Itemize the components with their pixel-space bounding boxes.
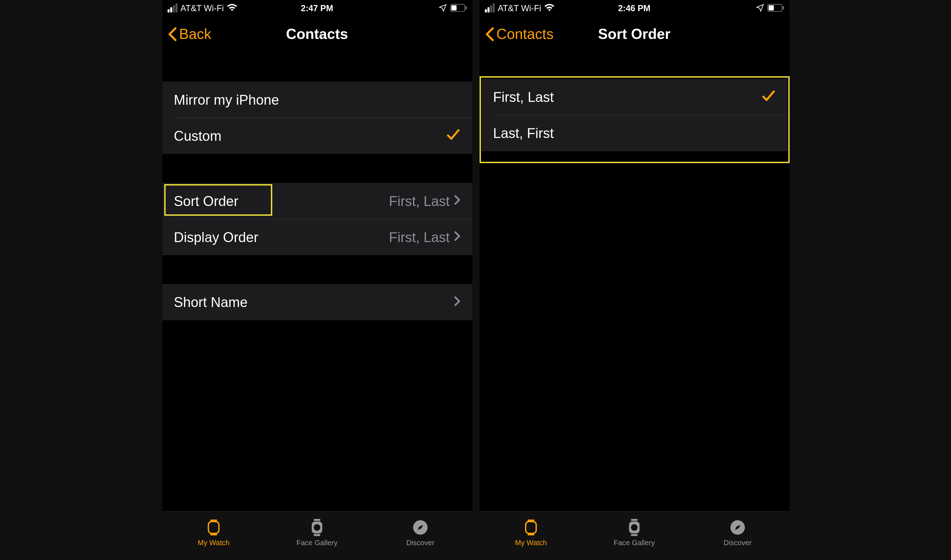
chevron-right-icon <box>454 194 460 208</box>
svg-rect-1 <box>451 5 456 11</box>
carrier-label: AT&T Wi-Fi <box>181 3 224 13</box>
tab-discover[interactable]: Discover <box>369 512 472 552</box>
carrier-label: AT&T Wi-Fi <box>497 3 541 13</box>
checkmark-icon <box>761 88 775 106</box>
svg-rect-14 <box>631 534 638 536</box>
row-sort-order[interactable]: Sort Order First, Last <box>162 183 472 219</box>
status-bar: AT&T Wi-Fi 2:46 PM <box>479 0 789 16</box>
row-label: Mirror my iPhone <box>174 92 460 108</box>
order-group: Sort Order First, Last Display Order Fir… <box>162 183 472 255</box>
nav-bar: Contacts Sort Order <box>479 16 789 52</box>
tab-discover[interactable]: Discover <box>686 512 789 552</box>
row-label: Sort Order <box>174 193 389 209</box>
row-label: Display Order <box>174 229 389 245</box>
nav-bar: Back Contacts <box>162 16 472 52</box>
row-display-order[interactable]: Display Order First, Last <box>162 219 472 255</box>
shortname-group: Short Name <box>162 284 472 320</box>
scroll-content[interactable]: First, Last Last, First <box>479 52 789 511</box>
tab-label: My Watch <box>515 539 547 546</box>
page-title: Contacts <box>286 25 348 42</box>
row-custom[interactable]: Custom <box>162 118 472 154</box>
status-bar: AT&T Wi-Fi 2:47 PM <box>162 0 472 16</box>
back-label: Back <box>179 25 211 42</box>
cellular-signal-icon <box>484 3 494 12</box>
compass-icon <box>728 517 748 537</box>
row-last-first[interactable]: Last, First <box>481 115 787 151</box>
tab-bar: My Watch Face Gallery Discover <box>479 511 789 552</box>
tab-label: Face Gallery <box>614 539 655 546</box>
tab-label: Discover <box>723 539 752 546</box>
watch-face-icon <box>624 517 644 537</box>
svg-rect-13 <box>631 519 638 521</box>
chevron-right-icon <box>454 231 460 244</box>
tab-my-watch[interactable]: My Watch <box>479 512 582 552</box>
sort-options-group: First, Last Last, First <box>481 79 787 151</box>
scroll-content[interactable]: Mirror my iPhone Custom Sort Order First… <box>162 52 472 511</box>
tab-bar: My Watch Face Gallery Discover <box>162 511 472 552</box>
cellular-signal-icon <box>167 3 177 12</box>
location-icon <box>755 4 763 12</box>
back-button[interactable]: Contacts <box>484 25 553 42</box>
tab-face-gallery[interactable]: Face Gallery <box>582 512 686 552</box>
row-label: Short Name <box>174 294 454 310</box>
row-label: Custom <box>174 128 446 143</box>
battery-icon <box>767 4 784 12</box>
battery-icon <box>449 4 467 12</box>
watch-face-icon <box>307 517 327 537</box>
watch-icon <box>204 517 224 537</box>
svg-rect-2 <box>465 6 466 9</box>
compass-icon <box>411 517 430 537</box>
tab-face-gallery[interactable]: Face Gallery <box>265 512 369 552</box>
svg-rect-4 <box>313 519 320 521</box>
svg-rect-5 <box>313 534 320 536</box>
row-short-name[interactable]: Short Name <box>162 284 472 320</box>
back-button[interactable]: Back <box>167 25 211 42</box>
tab-label: Face Gallery <box>296 539 338 546</box>
wifi-icon <box>227 4 238 12</box>
wifi-icon <box>544 4 555 12</box>
svg-rect-11 <box>783 6 784 9</box>
page-title: Sort Order <box>598 25 671 42</box>
row-detail: First, Last <box>389 229 449 245</box>
row-mirror-iphone[interactable]: Mirror my iPhone <box>162 82 472 117</box>
back-label: Contacts <box>496 25 554 42</box>
row-label: Last, First <box>493 125 775 141</box>
phone-contacts: AT&T Wi-Fi 2:47 PM Back Contacts <box>162 0 472 552</box>
tab-label: Discover <box>406 539 434 546</box>
location-icon <box>438 4 446 12</box>
watch-icon <box>521 517 541 537</box>
tab-my-watch[interactable]: My Watch <box>162 512 265 552</box>
chevron-right-icon <box>454 295 460 309</box>
chevron-left-icon <box>167 26 176 41</box>
svg-rect-3 <box>208 522 219 534</box>
svg-rect-10 <box>768 5 773 11</box>
row-first-last[interactable]: First, Last <box>481 79 787 115</box>
row-detail: First, Last <box>389 193 449 209</box>
checkmark-icon <box>446 127 460 145</box>
chevron-left-icon <box>484 26 494 41</box>
svg-rect-12 <box>525 522 536 534</box>
row-label: First, Last <box>493 89 761 105</box>
mirror-group: Mirror my iPhone Custom <box>162 82 472 154</box>
tab-label: My Watch <box>198 539 229 546</box>
phone-sort-order: AT&T Wi-Fi 2:46 PM Contacts Sort Order <box>479 0 789 552</box>
